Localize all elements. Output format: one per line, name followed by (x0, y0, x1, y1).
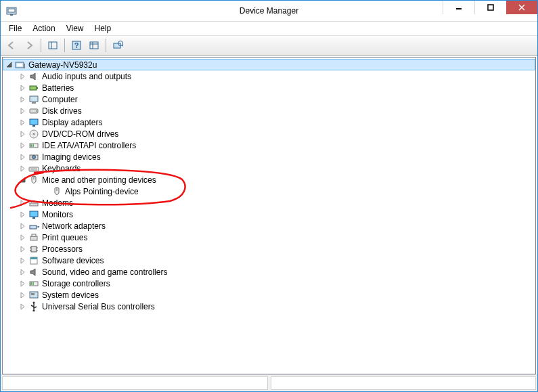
device-manager-window: Device Manager File Action View Help (0, 0, 538, 392)
node-label: Modems (42, 198, 73, 208)
device-tree: Gateway-NV5932uAudio inputs and outputsB… (3, 58, 535, 313)
expand-icon[interactable] (19, 118, 27, 127)
device-tree-pane[interactable]: Gateway-NV5932uAudio inputs and outputsB… (2, 57, 536, 374)
node-label: Software devices (42, 256, 104, 265)
svg-rect-19 (24, 64, 25, 68)
menu-action[interactable]: Action (27, 22, 60, 35)
back-button[interactable] (3, 37, 20, 53)
storage-icon (28, 278, 39, 289)
help-button[interactable]: ? (68, 37, 85, 53)
tree-category-keyboards[interactable]: Keyboards (3, 162, 535, 174)
svg-rect-57 (32, 282, 34, 285)
window-controls (443, 1, 537, 14)
software-icon (28, 255, 39, 266)
menu-file[interactable]: File (3, 22, 27, 35)
expand-icon[interactable] (19, 165, 27, 173)
tree-category-storage[interactable]: Storage controllers (3, 278, 535, 289)
node-label: Universal Serial Bus controllers (42, 302, 155, 311)
tree-category-disk[interactable]: Disk drives (3, 105, 535, 116)
svg-rect-31 (30, 144, 32, 147)
modems-icon (28, 198, 39, 209)
node-label: DVD/CD-ROM drives (42, 129, 118, 139)
display-icon (28, 117, 39, 128)
close-button[interactable] (506, 1, 537, 14)
tree-category-imaging[interactable]: Imaging devices (3, 151, 535, 162)
scan-hardware-button[interactable] (110, 37, 126, 53)
node-label: Display adapters (42, 118, 102, 127)
expand-icon[interactable] (19, 84, 27, 92)
tree-category-modems[interactable]: Modems (3, 197, 535, 209)
network-icon (28, 221, 39, 232)
tree-category-processors[interactable]: Processors (3, 243, 535, 255)
expand-icon[interactable] (19, 153, 27, 161)
collapse-icon[interactable] (19, 176, 27, 184)
svg-rect-11 (90, 42, 98, 49)
menu-view[interactable]: View (61, 22, 89, 35)
expand-icon[interactable] (19, 291, 27, 299)
menu-help[interactable]: Help (89, 22, 117, 35)
maximize-button[interactable] (474, 1, 506, 14)
root-icon (15, 60, 26, 70)
expand-icon[interactable] (19, 234, 27, 242)
collapse-icon[interactable] (5, 61, 14, 69)
tree-category-display[interactable]: Display adapters (3, 116, 535, 128)
menubar: File Action View Help (1, 22, 537, 35)
tree-category-batteries[interactable]: Batteries (3, 82, 535, 93)
expand-icon[interactable] (19, 199, 27, 207)
svg-rect-27 (32, 125, 35, 127)
tree-category-ide[interactable]: IDE ATA/ATAPI controllers (3, 139, 535, 151)
expand-icon[interactable] (19, 72, 27, 81)
batteries-icon (28, 83, 39, 93)
tree-device-alps[interactable]: Alps Pointing-device (3, 186, 535, 197)
expand-icon[interactable] (19, 222, 27, 230)
minimize-button[interactable] (443, 1, 474, 14)
expand-icon[interactable] (19, 95, 27, 104)
svg-rect-1 (8, 9, 15, 12)
tree-root-node[interactable]: Gateway-NV5932u (3, 59, 535, 70)
svg-point-25 (36, 110, 37, 112)
node-label: Sound, video and game controllers (42, 267, 167, 277)
processors-icon (28, 244, 39, 255)
tree-category-system[interactable]: System devices (3, 289, 535, 301)
forward-button[interactable] (21, 37, 37, 53)
node-label: Monitors (42, 210, 73, 219)
svg-rect-56 (30, 282, 32, 285)
content-area: Gateway-NV5932uAudio inputs and outputsB… (1, 56, 537, 374)
expand-icon[interactable] (19, 211, 27, 219)
tree-category-print[interactable]: Print queues (3, 232, 535, 243)
node-label: Audio inputs and outputs (42, 72, 131, 81)
expand-icon[interactable] (19, 257, 27, 265)
expand-icon[interactable] (19, 107, 27, 115)
node-label: Batteries (42, 83, 74, 93)
expand-icon[interactable] (19, 268, 27, 276)
node-label: Mice and other pointing devices (42, 175, 156, 185)
node-label: Imaging devices (42, 152, 101, 162)
properties-button[interactable] (86, 37, 102, 53)
tree-category-usb[interactable]: Universal Serial Bus controllers (3, 301, 535, 312)
expand-icon[interactable] (19, 141, 27, 150)
tree-category-computer[interactable]: Computer (3, 93, 535, 105)
alps-icon (51, 186, 62, 197)
tree-category-audio[interactable]: Audio inputs and outputs (3, 70, 535, 82)
print-icon (28, 232, 39, 243)
tree-category-monitors[interactable]: Monitors (3, 209, 535, 220)
svg-line-16 (122, 45, 123, 46)
tree-category-network[interactable]: Network adapters (3, 220, 535, 232)
expand-icon[interactable] (19, 130, 27, 138)
node-label: Network adapters (42, 221, 106, 231)
svg-rect-62 (33, 310, 35, 311)
expand-icon[interactable] (19, 245, 27, 253)
svg-rect-22 (30, 96, 38, 102)
tree-category-mice[interactable]: Mice and other pointing devices (3, 174, 535, 186)
node-label: Storage controllers (42, 279, 110, 288)
tree-category-sound[interactable]: Sound, video and game controllers (3, 266, 535, 278)
node-label: Disk drives (42, 106, 82, 116)
expand-icon[interactable] (19, 280, 27, 288)
svg-rect-23 (32, 102, 36, 104)
tree-category-software[interactable]: Software devices (3, 255, 535, 266)
show-hide-console-tree-button[interactable] (45, 37, 61, 53)
svg-rect-18 (17, 64, 22, 66)
tree-category-dvd[interactable]: DVD/CD-ROM drives (3, 128, 535, 139)
app-icon (5, 4, 18, 18)
expand-icon[interactable] (19, 303, 27, 311)
